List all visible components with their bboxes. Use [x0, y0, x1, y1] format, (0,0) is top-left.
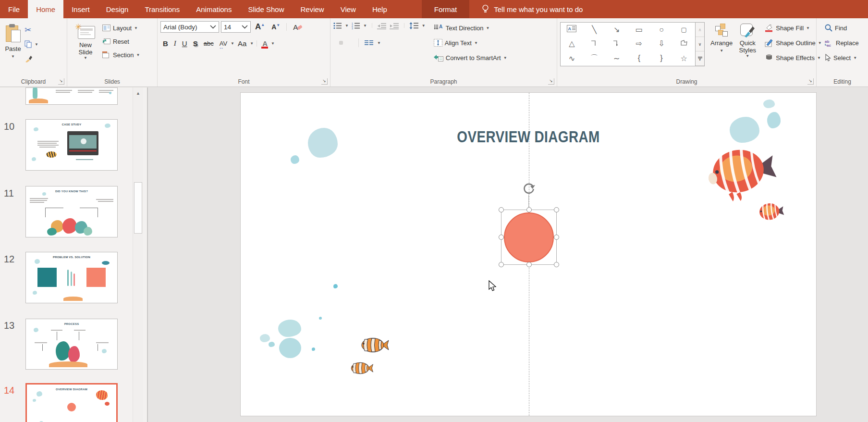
scribble-shape-icon[interactable]: ∿ [569, 54, 575, 63]
gallery-more-button[interactable]: ∨ [696, 51, 704, 66]
thumbnail-slide-10[interactable]: CASE STUDY [25, 119, 118, 171]
align-right-button[interactable] [345, 41, 349, 45]
right-brace-shape-icon[interactable]: } [660, 54, 662, 62]
bullets-button[interactable] [333, 21, 342, 30]
font-color-chevron[interactable]: ▼ [271, 41, 275, 46]
thumbnail-slide-13[interactable]: PROCESS [25, 319, 118, 370]
numbering-chevron[interactable]: ▼ [363, 24, 367, 28]
text-direction-button[interactable]: A Text Direction▼ [432, 22, 509, 34]
tab-design[interactable]: Design [98, 0, 137, 18]
thumbnail-slide-11[interactable]: DID YOU KNOW THIS? [25, 186, 118, 237]
drawing-dialog-launcher[interactable]: ↘ [807, 78, 814, 85]
paragraph-dialog-launcher[interactable]: ↘ [548, 78, 554, 85]
resize-handle-e[interactable] [554, 235, 559, 240]
italic-button[interactable]: I [171, 38, 179, 49]
tab-view[interactable]: View [332, 0, 364, 18]
line-spacing-chevron[interactable]: ▼ [422, 24, 426, 28]
rotation-handle[interactable] [522, 182, 536, 196]
rounded-rectangle-shape-icon[interactable]: ▢ [681, 26, 687, 33]
arrange-button[interactable]: Arrange ▼ [709, 21, 734, 74]
curve-shape-icon[interactable]: ∼ [613, 54, 620, 63]
convert-smartart-button[interactable]: Convert to SmartArt▼ [432, 52, 509, 63]
tab-file[interactable]: File [0, 0, 28, 18]
shape-fill-button[interactable]: Shape Fill▼ [763, 22, 823, 34]
tab-help[interactable]: Help [364, 0, 395, 18]
thumbnail-slide-14[interactable]: OVERVIEW DIAGRAM [25, 383, 118, 422]
strikethrough-button[interactable]: abc [201, 39, 216, 48]
copy-button[interactable]: ▼ [23, 38, 40, 50]
align-text-button[interactable]: Align Text▼ [432, 37, 509, 49]
font-color-button[interactable]: A [260, 38, 270, 49]
tab-format[interactable]: Format [422, 0, 470, 18]
arc-shape-icon[interactable]: ⌒ [590, 53, 598, 63]
shape-effects-button[interactable]: Shape Effects▼ [763, 52, 823, 63]
tab-home[interactable]: Home [28, 0, 63, 18]
resize-handle-n[interactable] [526, 207, 532, 212]
tab-animations[interactable]: Animations [188, 0, 240, 18]
align-left-button[interactable] [333, 41, 337, 45]
resize-handle-se[interactable] [554, 262, 559, 267]
left-brace-shape-icon[interactable]: { [638, 54, 640, 62]
star-shape-icon[interactable]: ☆ [680, 54, 687, 63]
grow-font-button[interactable]: A▲ [253, 21, 267, 33]
tell-me-box[interactable]: Tell me what you want to do [482, 0, 583, 18]
line-shape-icon[interactable]: ╲ [592, 25, 597, 34]
rectangle-shape-icon[interactable]: ▭ [636, 25, 643, 34]
slide-title[interactable]: OVERVIEW DIAGRAM [293, 127, 764, 146]
triangle-shape-icon[interactable]: △ [569, 39, 575, 48]
font-name-combo[interactable]: Arial (Body) [160, 21, 219, 33]
section-button[interactable]: Section▼ [101, 49, 141, 61]
font-size-combo[interactable]: 14 [221, 21, 251, 33]
oval-shape-icon[interactable]: ○ [659, 25, 664, 34]
thumbnail-panel-scrollbar[interactable]: ▲ [133, 87, 143, 422]
reset-button[interactable]: Reset [101, 36, 141, 47]
shape-outline-button[interactable]: Shape Outline▼ [763, 37, 823, 49]
underline-button[interactable]: U [180, 38, 190, 49]
change-case-button[interactable]: Aa [235, 38, 249, 49]
shrink-font-button[interactable]: A▼ [269, 22, 282, 32]
quick-styles-button[interactable]: Quick Styles ▼ [734, 21, 760, 74]
replace-button[interactable]: abac Replace [823, 37, 860, 49]
elbow-connector-shape-icon[interactable] [591, 39, 598, 48]
select-button[interactable]: Select▼ [823, 52, 860, 63]
cut-button[interactable]: ✂ [23, 24, 40, 36]
bold-button[interactable]: B [160, 38, 171, 49]
decrease-indent-button[interactable] [377, 21, 387, 30]
textbox-shape-icon[interactable]: A [567, 25, 576, 34]
gallery-scroll-down[interactable]: ∨ [696, 37, 704, 51]
new-slide-button[interactable]: ✳ New Slide ▼ [70, 22, 101, 75]
scrollbar-thumb[interactable] [134, 182, 142, 234]
slide-14-canvas[interactable]: OVERVIEW DIAGRAM [240, 92, 817, 416]
resize-handle-ne[interactable] [554, 207, 559, 212]
font-dialog-launcher[interactable]: ↘ [321, 78, 328, 85]
right-arrow-shape-icon[interactable]: ⇨ [636, 39, 642, 48]
tab-slideshow[interactable]: Slide Show [240, 0, 292, 18]
character-spacing-button[interactable]: AV↔ [217, 39, 230, 48]
align-center-button[interactable] [339, 41, 343, 45]
thumbnail-slide-9-partial[interactable] [25, 87, 118, 105]
text-shadow-button[interactable]: S [191, 38, 200, 49]
character-spacing-chevron[interactable]: ▼ [231, 41, 234, 46]
shapes-gallery[interactable]: A ╲ ↘ ▭ ○ ▢ △ ⇨ ⇩ ∿ ⌒ ∼ { } [560, 22, 696, 66]
layout-button[interactable]: Layout▼ [101, 22, 141, 34]
find-button[interactable]: Find [823, 22, 860, 34]
elbow-arrow-shape-icon[interactable] [613, 39, 620, 48]
tab-insert[interactable]: Insert [63, 0, 98, 18]
freeform-shape-icon[interactable] [680, 39, 687, 48]
tab-review[interactable]: Review [292, 0, 332, 18]
resize-handle-nw[interactable] [499, 207, 504, 212]
clear-formatting-button[interactable]: A [291, 22, 300, 32]
increase-indent-button[interactable] [390, 21, 399, 30]
resize-handle-w[interactable] [499, 235, 504, 240]
numbering-button[interactable]: 123 [352, 21, 360, 30]
columns-button[interactable] [363, 37, 375, 49]
bullets-chevron[interactable]: ▼ [345, 24, 349, 28]
tab-transitions[interactable]: Transitions [136, 0, 188, 18]
justify-button[interactable] [351, 41, 355, 45]
clipboard-dialog-launcher[interactable]: ↘ [58, 78, 64, 85]
columns-chevron[interactable]: ▼ [377, 41, 381, 45]
format-painter-button[interactable] [23, 53, 40, 64]
paste-button[interactable]: Paste ▼ [3, 22, 23, 75]
thumbnail-slide-12[interactable]: PROBLEM VS. SOLUTION [25, 252, 118, 303]
resize-handle-s[interactable] [526, 262, 532, 267]
